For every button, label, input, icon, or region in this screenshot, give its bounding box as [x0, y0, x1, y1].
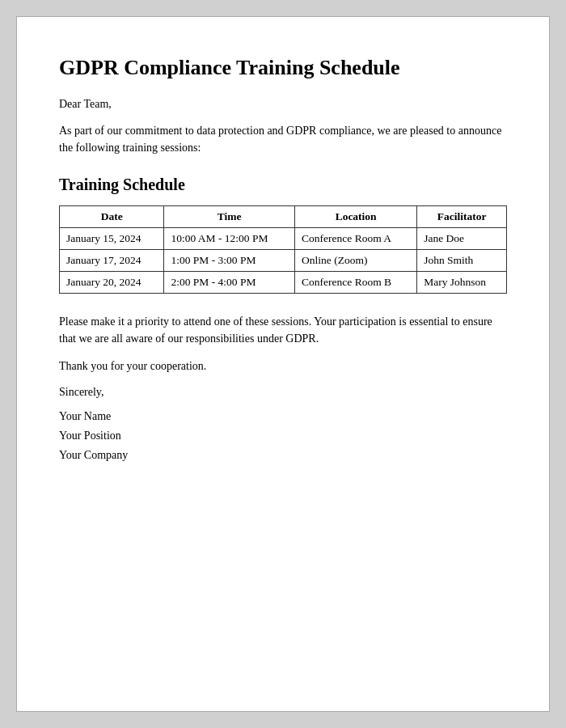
attendance-note: Please make it a priority to attend one …: [59, 313, 507, 347]
salutation: Dear Team,: [59, 98, 507, 111]
table-cell: Conference Room B: [295, 272, 417, 294]
col-facilitator: Facilitator: [417, 206, 507, 228]
sign-off: Sincerely,: [59, 386, 507, 399]
table-cell: 10:00 AM - 12:00 PM: [164, 228, 295, 250]
table-cell: 2:00 PM - 4:00 PM: [164, 272, 295, 294]
thank-you: Thank you for your cooperation.: [59, 360, 507, 373]
table-cell: January 17, 2024: [60, 250, 164, 272]
table-cell: Jane Doe: [417, 228, 507, 250]
intro-paragraph: As part of our commitment to data protec…: [59, 122, 507, 156]
signature-block: Your Name Your Position Your Company: [59, 407, 507, 464]
table-row: January 20, 20242:00 PM - 4:00 PMConfere…: [60, 272, 507, 294]
table-cell: Conference Room A: [295, 228, 417, 250]
document-title: GDPR Compliance Training Schedule: [59, 56, 507, 80]
document: GDPR Compliance Training Schedule Dear T…: [16, 16, 550, 712]
signer-position: Your Position: [59, 426, 507, 446]
table-row: January 17, 20241:00 PM - 3:00 PMOnline …: [60, 250, 507, 272]
table-cell: John Smith: [417, 250, 507, 272]
table-cell: 1:00 PM - 3:00 PM: [164, 250, 295, 272]
signer-company: Your Company: [59, 446, 507, 465]
col-date: Date: [60, 206, 164, 228]
table-cell: Online (Zoom): [295, 250, 417, 272]
schedule-table: Date Time Location Facilitator January 1…: [59, 205, 507, 294]
signer-name: Your Name: [59, 407, 507, 426]
col-time: Time: [164, 206, 295, 228]
table-cell: January 15, 2024: [60, 228, 164, 250]
table-cell: January 20, 2024: [60, 272, 164, 294]
table-header-row: Date Time Location Facilitator: [60, 206, 507, 228]
table-cell: Mary Johnson: [417, 272, 507, 294]
table-row: January 15, 202410:00 AM - 12:00 PMConfe…: [60, 228, 507, 250]
col-location: Location: [295, 206, 417, 228]
section-title: Training Schedule: [59, 176, 507, 194]
